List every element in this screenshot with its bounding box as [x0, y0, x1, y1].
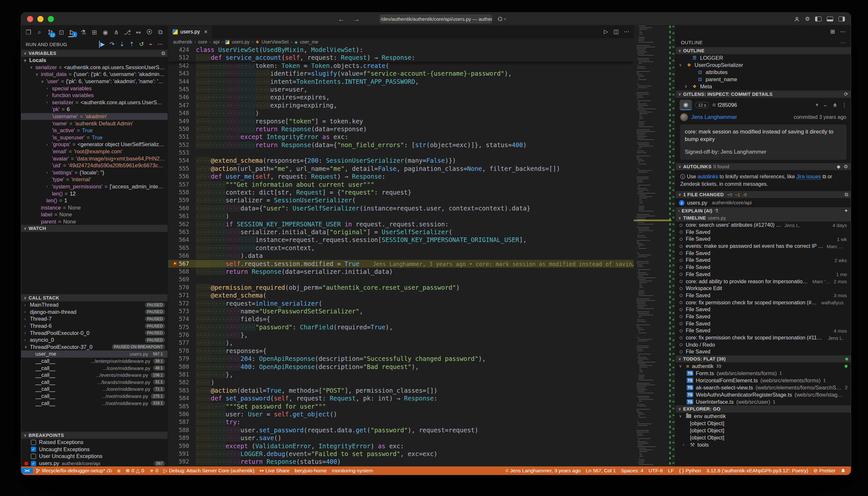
- notifications-bell-icon[interactable]: [838, 468, 848, 473]
- zoom-window-button[interactable]: [48, 16, 54, 22]
- debug-step-into-icon[interactable]: ⇣: [120, 41, 124, 48]
- line-number[interactable]: 588: [168, 426, 196, 434]
- cursor-position-item[interactable]: Ln 567, Col 1: [583, 468, 618, 474]
- more-actions-icon[interactable]: ···: [840, 40, 846, 45]
- line-number[interactable]: 586: [168, 410, 196, 418]
- watch-section-header[interactable]: ∨WATCH: [21, 225, 168, 232]
- variable-row[interactable]: 'is_superuser' = True: [21, 134, 168, 141]
- line-number[interactable]: 542: [168, 62, 196, 69]
- graph-icon[interactable]: ⋔: [833, 102, 837, 108]
- code-line[interactable]: 551············except IntegrityError as …: [168, 133, 634, 141]
- callstack-row[interactable]: › MainThread PAUSED: [21, 301, 168, 309]
- changed-file-row[interactable]: ± users.py authentik/core/api: [676, 198, 851, 207]
- variables-scope-row[interactable]: ∨Locals: [21, 57, 168, 64]
- gitlens-inspect-icon[interactable]: ⎇: [123, 27, 131, 37]
- variable-row[interactable]: len() = 1: [21, 197, 168, 204]
- language-mode-item[interactable]: { } Python: [677, 468, 704, 474]
- variable-row[interactable]: › 'groups' = <generator object UserSelfS…: [21, 141, 168, 148]
- autolinks-link[interactable]: autolinks: [697, 174, 718, 179]
- line-number[interactable]: 562: [168, 220, 196, 228]
- code-line[interactable]: 562········if SESSION_KEY_IMPERSONATE_US…: [168, 220, 634, 228]
- files-changed-section-header[interactable]: ∨1 FILE CHANGED +0 ~1 -0 ⧉: [676, 191, 851, 198]
- line-number[interactable]: 572: [168, 299, 196, 307]
- refresh-icon[interactable]: ⟳: [844, 91, 848, 97]
- command-center-search[interactable]: ⌕ ~/dev/authentik/authentik/core/api/use…: [380, 15, 492, 24]
- timeline-item[interactable]: core: fix permission check for scoped im…: [676, 299, 851, 306]
- tab-users-py[interactable]: users.py ✕: [168, 26, 213, 38]
- run-python-file-icon[interactable]: ▷: [604, 28, 608, 35]
- code-line[interactable]: 579············204: OpenApiResponse(desc…: [168, 355, 634, 362]
- todo-file-row[interactable]: TS HorizontalFormElement.ts (web/src/ele…: [676, 377, 851, 384]
- code-line[interactable]: 569: [168, 276, 634, 283]
- docker-icon[interactable]: ⦿: [145, 27, 153, 37]
- gitlens-section-header[interactable]: ∨GITLENS: INSPECT: COMMIT DETAILS ⟳: [676, 91, 851, 98]
- variable-row[interactable]: ∨ initial_data = {'user': {'pk': 6, 'use…: [21, 71, 168, 78]
- timeline-item[interactable]: File Saved: [676, 348, 851, 356]
- code-line[interactable]: 589············user.save(): [168, 434, 634, 442]
- code-line[interactable]: 586········user: User = self.get_object(…: [168, 410, 634, 418]
- todo-file-row[interactable]: TS UserInterface.ts (web/src/user) 1: [676, 398, 851, 405]
- line-number[interactable]: 584: [168, 394, 196, 402]
- outline-item[interactable]: ☰ LOGGER: [676, 54, 851, 61]
- gitlens-overview-tab[interactable]: ◉: [680, 100, 692, 110]
- variable-row[interactable]: label = None: [21, 211, 168, 218]
- line-number[interactable]: 574: [168, 315, 196, 323]
- debug-more-icon[interactable]: ⋯: [157, 41, 163, 48]
- callstack-row[interactable]: › ThreadPoolExecutor-0_0 PAUSED: [21, 329, 168, 337]
- host-item-2[interactable]: monitoring-system: [329, 468, 376, 474]
- commit-author-link[interactable]: Jens Langhammer: [691, 114, 737, 121]
- commit-sha[interactable]: f285096: [717, 102, 737, 108]
- code-line[interactable]: 590········except (ValidationError, Inte…: [168, 442, 634, 450]
- code-line[interactable]: 578········responses={: [168, 347, 634, 355]
- go-tools-row[interactable]: › ⚒ tools: [676, 441, 851, 448]
- nav-forward-icon[interactable]: →: [353, 15, 360, 23]
- copilot-icon[interactable]: ⌬: [498, 16, 502, 22]
- callstack-row[interactable]: __call__ .../root/middleware.py 275:1: [21, 393, 168, 400]
- callstack-row[interactable]: __call__ .../root/middleware.py 318:1: [21, 400, 168, 407]
- remote-explorer-icon[interactable]: ⊡: [58, 27, 66, 37]
- timeline-item[interactable]: File Saved: [676, 229, 851, 236]
- open-file-icon[interactable]: ⧉: [844, 192, 848, 198]
- gear-icon[interactable]: ⚙: [843, 164, 848, 170]
- line-number[interactable]: 563: [168, 228, 196, 236]
- indentation-item[interactable]: Spaces: 4: [619, 468, 646, 474]
- code-line[interactable]: 591············LOGGER.debug(event="Faile…: [168, 450, 634, 458]
- diamond-icon[interactable]: ◆: [837, 164, 840, 170]
- outline-item[interactable]: ∨ ❖ UserGroupSerializer: [676, 61, 851, 68]
- variable-row[interactable]: ∨ serializer = <authentik.core.api.users…: [21, 64, 168, 71]
- callstack-row[interactable]: __call__ .../core/middleware.py 71:1: [21, 386, 168, 393]
- outline-section-header[interactable]: ∨OUTLINE: [676, 47, 851, 54]
- line-number[interactable]: 551: [168, 133, 196, 141]
- line-number[interactable]: 557: [168, 181, 196, 188]
- code-line[interactable]: 542················token: Token = Token.…: [168, 62, 634, 69]
- go-env-row[interactable]: [object Object]: [676, 427, 851, 434]
- breakpoint-option-row[interactable]: Raised Exceptions: [21, 439, 168, 446]
- code-line[interactable]: 424class UserViewSet(UsedByMixin, ModelV…: [168, 46, 634, 53]
- prettier-item[interactable]: ⊘ Prettier: [811, 468, 838, 474]
- line-number[interactable]: 543: [168, 69, 196, 77]
- breakpoint-option-row[interactable]: ✓ Uncaught Exceptions: [21, 446, 168, 453]
- code-line[interactable]: 544····················intent=TokenInten…: [168, 78, 634, 86]
- code-line[interactable]: 561········): [168, 212, 634, 220]
- line-number[interactable]: 560: [168, 204, 196, 212]
- timeline-item[interactable]: File Saved 2 wks: [676, 257, 851, 264]
- line-number[interactable]: 582: [168, 378, 196, 386]
- code-line[interactable]: 571····@extend_schema(: [168, 291, 634, 299]
- line-number[interactable]: 575: [168, 323, 196, 331]
- timeline-item[interactable]: File Saved: [676, 313, 851, 320]
- callstack-row[interactable]: user_me users.py 567:1: [21, 351, 168, 358]
- code-line[interactable]: 577········),: [168, 339, 634, 346]
- timeline-item[interactable]: core: fix permission check for scoped im…: [676, 334, 851, 341]
- gitlens-files-badge[interactable]: 12 ±: [695, 102, 709, 108]
- line-number[interactable]: 592: [168, 458, 196, 465]
- line-number[interactable]: 561: [168, 212, 196, 220]
- explorer-go-section-header[interactable]: ∨EXPLORER: GO: [676, 405, 851, 413]
- toggle-secondary-sidebar-icon[interactable]: [838, 17, 845, 21]
- line-number[interactable]: 544: [168, 78, 196, 86]
- explorer-icon[interactable]: ❐: [25, 27, 32, 37]
- code-line[interactable]: 564················instance=request._req…: [168, 236, 634, 244]
- line-number[interactable]: 580: [168, 363, 196, 371]
- account-icon[interactable]: [794, 16, 800, 22]
- outline-item[interactable]: ⊡ parent_name: [676, 76, 851, 83]
- todo-file-row[interactable]: TS WebAuthnAuthenticatorRegisterStage.ts…: [676, 391, 851, 398]
